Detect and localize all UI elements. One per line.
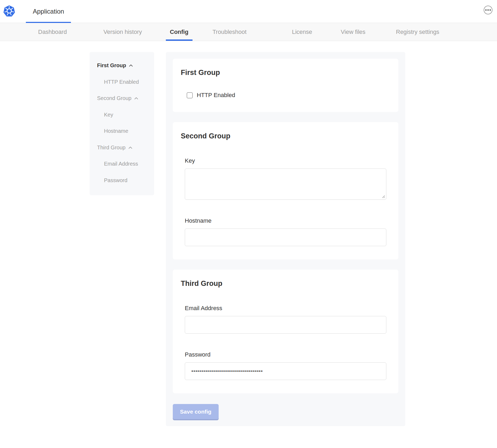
http-enabled-checkbox-row[interactable]: HTTP Enabled bbox=[187, 92, 235, 99]
config-page: First Group HTTP Enabled Second Group Ke… bbox=[0, 52, 497, 426]
tab-registry-settings[interactable]: Registry settings bbox=[396, 23, 439, 41]
email-address-field: Email Address bbox=[185, 305, 386, 334]
tab-version-history[interactable]: Version history bbox=[103, 23, 142, 41]
group-title: Second Group bbox=[181, 132, 390, 140]
resize-grip-icon[interactable] bbox=[382, 195, 385, 198]
kubernetes-logo-icon bbox=[3, 5, 15, 18]
config-panel: First Group HTTP Enabled Second Group Ke… bbox=[166, 52, 405, 426]
password-field: Password bbox=[185, 351, 386, 380]
password-label: Password bbox=[185, 351, 386, 358]
tab-config[interactable]: Config bbox=[170, 23, 189, 41]
app-navbar: Dashboard Version history Config Trouble… bbox=[0, 23, 497, 41]
email-address-label: Email Address bbox=[185, 305, 386, 312]
key-label: Key bbox=[185, 157, 386, 164]
sidebar-group-first-group[interactable]: First Group bbox=[90, 57, 154, 74]
checkbox-label: HTTP Enabled bbox=[197, 92, 235, 99]
chevron-up-icon bbox=[134, 97, 138, 100]
key-field: Key bbox=[185, 157, 386, 200]
ellipsis-icon bbox=[485, 9, 491, 11]
email-address-input[interactable] bbox=[185, 316, 386, 334]
app-header: Application bbox=[0, 0, 497, 23]
group-title: Third Group bbox=[181, 280, 390, 287]
overflow-menu-button[interactable] bbox=[484, 6, 492, 14]
sidebar-group-second-group[interactable]: Second Group bbox=[90, 90, 154, 107]
hostname-field: Hostname bbox=[185, 217, 386, 246]
chevron-up-icon bbox=[128, 146, 133, 149]
sidebar-item-hostname[interactable]: Hostname bbox=[90, 123, 154, 139]
http-enabled-checkbox[interactable] bbox=[187, 92, 193, 98]
hostname-label: Hostname bbox=[185, 217, 386, 224]
sidebar-item-email-address[interactable]: Email Address bbox=[90, 156, 154, 172]
config-group-card-second: Second Group Key Hostname bbox=[173, 122, 398, 259]
sidebar-item-password[interactable]: Password bbox=[90, 172, 154, 189]
hostname-input[interactable] bbox=[185, 229, 386, 246]
config-sidebar: First Group HTTP Enabled Second Group Ke… bbox=[90, 52, 154, 195]
sidebar-item-key[interactable]: Key bbox=[90, 107, 154, 123]
save-config-button[interactable]: Save config bbox=[173, 404, 219, 419]
tab-license[interactable]: License bbox=[292, 23, 312, 41]
config-group-card-third: Third Group Email Address Password bbox=[173, 270, 398, 393]
tab-view-files[interactable]: View files bbox=[341, 23, 366, 41]
tab-troubleshoot[interactable]: Troubleshoot bbox=[213, 23, 247, 41]
config-group-card-first: First Group HTTP Enabled bbox=[173, 59, 398, 112]
key-textarea[interactable] bbox=[185, 169, 386, 200]
group-title: First Group bbox=[181, 69, 390, 76]
sidebar-item-http-enabled[interactable]: HTTP Enabled bbox=[90, 74, 154, 90]
password-input[interactable] bbox=[185, 362, 386, 380]
tab-dashboard[interactable]: Dashboard bbox=[38, 23, 67, 41]
chevron-up-icon bbox=[129, 64, 133, 67]
sidebar-group-third-group[interactable]: Third Group bbox=[90, 139, 154, 156]
app-tab[interactable]: Application bbox=[26, 0, 71, 23]
